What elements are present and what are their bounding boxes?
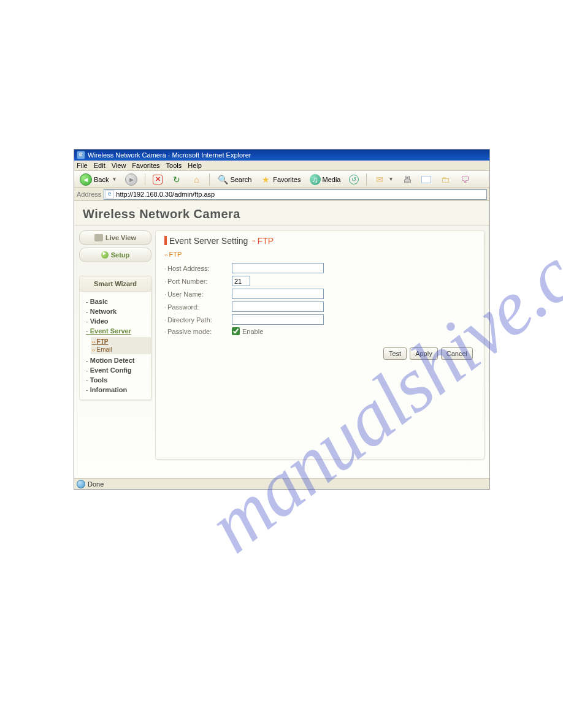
input-port[interactable] (232, 276, 250, 286)
status-bar: Done (74, 478, 489, 489)
menu-edit[interactable]: Edit (94, 162, 105, 169)
forward-arrow-icon: ► (125, 173, 137, 186)
ie-icon (77, 151, 85, 159)
input-host[interactable] (232, 263, 324, 273)
forward-button[interactable]: ► (122, 173, 140, 186)
row-user: User Name: (164, 289, 475, 299)
heading-accent (164, 236, 167, 245)
nav-ftp[interactable]: FTP (91, 338, 151, 346)
row-dir: Directory Path: (164, 314, 475, 325)
row-port: Port Number: (164, 276, 475, 286)
back-label: Back (94, 176, 109, 183)
nav-motion-detect[interactable]: Motion Detect (80, 355, 151, 365)
nav-basic[interactable]: Basic (80, 297, 151, 306)
page-header: Wireless Network Camera (74, 201, 489, 226)
search-label: Search (230, 176, 251, 183)
toolbar: ◄ Back ▼ ► ✕ ↻ ⌂ 🔍 Search ★ Favorites ♫ (74, 171, 489, 188)
play-icon (101, 251, 109, 259)
chevron-right-icon: ›› (252, 238, 255, 244)
menu-view[interactable]: View (112, 162, 126, 169)
edit-icon (421, 176, 431, 183)
edit-button[interactable] (418, 173, 434, 186)
label-port: Port Number: (164, 278, 232, 285)
address-input[interactable] (116, 191, 485, 198)
nav-network[interactable]: Network (80, 306, 151, 316)
menu-favorites[interactable]: Favorites (132, 162, 159, 169)
history-button[interactable]: ↺ (346, 173, 362, 186)
label-user: User Name: (164, 290, 232, 298)
done-icon (77, 480, 85, 488)
input-pass[interactable] (232, 301, 324, 312)
media-label: Media (323, 176, 341, 183)
search-button[interactable]: 🔍 Search (214, 173, 255, 186)
label-passive: Passive mode: (164, 328, 232, 335)
main-heading: Event Server Setting ››FTP (164, 236, 475, 248)
menu-tools[interactable]: Tools (166, 162, 182, 169)
input-user[interactable] (232, 289, 324, 299)
nav-panel: Smart Wizard Basic Network Video Event S… (79, 276, 151, 400)
separator (366, 173, 367, 186)
titlebar: Wireless Network Camera - Microsoft Inte… (74, 150, 489, 161)
separator (145, 173, 145, 186)
nav-event-server-sub: FTP Email (91, 337, 151, 354)
live-view-label: Live View (105, 234, 136, 241)
row-host: Host Address: (164, 263, 475, 273)
cancel-button[interactable]: Cancel (441, 347, 473, 360)
address-box[interactable] (104, 189, 487, 200)
menu-file[interactable]: File (77, 162, 88, 169)
heading-sub: FTP (258, 236, 274, 246)
search-icon: 🔍 (217, 174, 228, 185)
discuss-button[interactable]: 🗨 (456, 173, 473, 186)
folder-icon: 🗀 (440, 174, 451, 185)
camera-icon (94, 234, 103, 241)
media-button[interactable]: ♫ Media (307, 173, 344, 186)
smart-wizard-header[interactable]: Smart Wizard (80, 276, 151, 292)
star-icon: ★ (260, 174, 271, 185)
page-icon (105, 190, 114, 199)
home-button[interactable]: ⌂ (188, 173, 205, 186)
label-enable: Enable (242, 328, 263, 335)
refresh-icon: ↻ (171, 174, 182, 185)
print-icon: 🖶 (402, 174, 413, 185)
label-dir: Directory Path: (164, 316, 232, 324)
mail-button[interactable]: ✉▼ (371, 173, 396, 186)
history-icon: ↺ (349, 175, 359, 184)
section-header: FTP (164, 251, 475, 260)
nav-list: Basic Network Video Event Server FTP Ema… (80, 297, 151, 395)
back-button[interactable]: ◄ Back ▼ (77, 173, 120, 186)
nav-tools[interactable]: Tools (80, 375, 151, 385)
back-arrow-icon: ◄ (80, 173, 92, 186)
address-label: Address (77, 191, 101, 198)
row-passive: Passive mode: Enable (164, 327, 475, 335)
stop-button[interactable]: ✕ (150, 173, 166, 186)
mail-icon: ✉ (374, 174, 385, 185)
button-row: Test Apply Cancel (164, 347, 475, 360)
setup-button[interactable]: Setup (79, 248, 151, 262)
test-button[interactable]: Test (383, 347, 407, 360)
nav-event-config[interactable]: Event Config (80, 365, 151, 375)
label-host: Host Address: (164, 265, 232, 272)
status-text: Done (88, 480, 104, 488)
apply-button[interactable]: Apply (410, 347, 438, 360)
print-button[interactable]: 🖶 (399, 173, 416, 186)
folder-button[interactable]: 🗀 (437, 173, 454, 186)
checkbox-passive[interactable] (232, 327, 240, 335)
discuss-icon: 🗨 (459, 174, 470, 185)
nav-event-server[interactable]: Event Server (80, 326, 151, 336)
menu-help[interactable]: Help (188, 162, 202, 169)
nav-email[interactable]: Email (91, 346, 151, 354)
favorites-button[interactable]: ★ Favorites (257, 173, 304, 186)
heading-main: Event Server Setting (169, 236, 250, 246)
input-dir[interactable] (232, 314, 324, 325)
nav-video[interactable]: Video (80, 316, 151, 326)
nav-information[interactable]: Information (80, 385, 151, 395)
refresh-button[interactable]: ↻ (168, 173, 185, 186)
separator (209, 173, 210, 186)
sidebar: Live View Setup Smart Wizard Basic Netwo… (79, 230, 151, 460)
page-content: Wireless Network Camera Live View Setup … (74, 201, 489, 478)
live-view-button[interactable]: Live View (79, 230, 151, 245)
favorites-label: Favorites (273, 176, 301, 183)
row-pass: Password: (164, 301, 475, 312)
label-pass: Password: (164, 303, 232, 311)
menubar: File Edit View Favorites Tools Help (74, 161, 489, 171)
